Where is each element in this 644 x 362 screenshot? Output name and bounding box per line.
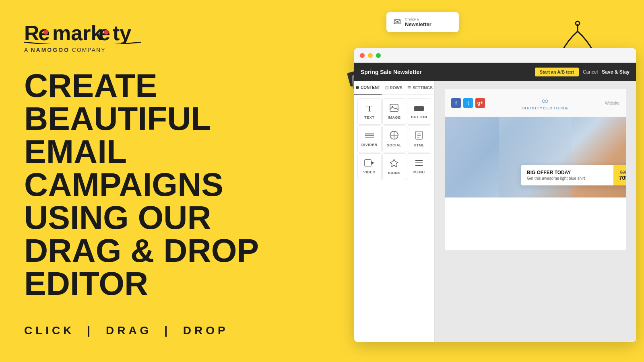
panel-item-social[interactable]: SOCIAL xyxy=(382,125,407,152)
email-preview: f t g+ ∞ INFINITYCLOTHING Website xyxy=(435,81,636,342)
rows-icon: ⊟ xyxy=(385,86,388,90)
button-icon xyxy=(414,104,424,113)
editor-newsletter-title: Spring Sale Newsletter xyxy=(361,69,422,75)
svg-point-5 xyxy=(104,30,109,35)
offer-price-new: 70$ xyxy=(619,175,626,181)
svg-point-2 xyxy=(43,30,48,35)
tab-rows[interactable]: ⊟ ROWS xyxy=(382,81,406,95)
panel-item-button[interactable]: BUTTON xyxy=(407,98,431,125)
left-section: R e mark e ty a NAMOGOO company CREATE B… xyxy=(24,0,306,362)
menu-icon xyxy=(415,159,423,169)
svg-marker-29 xyxy=(390,159,398,167)
settings-icon: ☰ xyxy=(407,86,411,90)
browser-dot-red xyxy=(360,53,365,58)
right-section: ✉ Create a Newsletter Spring Sale Newsle… xyxy=(314,0,644,362)
editor-header-right: Start an A/B test Cancel Save & Stay xyxy=(535,68,630,76)
cta-sep-1: | xyxy=(87,324,100,337)
save-stay-button[interactable]: Save & Stay xyxy=(602,69,630,75)
menu-label: MENU xyxy=(413,170,425,174)
panel-tabs: ⊞ CONTENT ⊟ ROWS ☰ SETTINGS xyxy=(354,81,434,95)
svg-text:R: R xyxy=(24,21,39,44)
divider-label: DIVIDER xyxy=(361,143,378,147)
text-label: TEXT xyxy=(364,115,374,119)
offer-card: BIG OFFER TODAY Get this awesome light b… xyxy=(521,165,626,185)
cta-row: CLICK | DRAG | DROP xyxy=(24,324,306,337)
image-label: IMAGE xyxy=(388,115,400,119)
svg-rect-17 xyxy=(414,106,424,111)
create-newsletter-text: Create a Newsletter xyxy=(405,17,431,27)
email-header: f t g+ ∞ INFINITYCLOTHING Website xyxy=(445,89,626,117)
icons-icon xyxy=(390,158,398,169)
svg-text:ty: ty xyxy=(113,21,131,44)
svg-rect-28 xyxy=(365,160,371,166)
panel-item-divider[interactable]: DIVIDER xyxy=(357,125,382,152)
infinity-icon: ∞ xyxy=(542,96,548,106)
svg-point-8 xyxy=(576,21,580,25)
brand-name: INFINITYCLOTHING xyxy=(522,106,569,110)
website-link: Website xyxy=(605,101,619,105)
divider-icon xyxy=(364,131,375,141)
namogoo-tagline: a NAMOGOO company xyxy=(24,47,306,53)
text-icon: T xyxy=(366,103,372,114)
offer-price-box: 90$ 70$ xyxy=(613,165,626,185)
html-icon xyxy=(415,131,423,142)
panel-grid: T TEXT IMAGE BUT xyxy=(354,95,434,183)
offer-card-content: BIG OFFER TODAY Get this awesome light b… xyxy=(521,165,613,185)
image-icon xyxy=(390,104,398,114)
button-label: BUTTON xyxy=(411,115,427,119)
video-icon xyxy=(364,159,375,169)
svg-text:mark: mark xyxy=(52,21,102,44)
html-label: HTML xyxy=(414,143,425,147)
tab-settings[interactable]: ☰ SETTINGS xyxy=(406,81,434,95)
social-label: SOCIAL xyxy=(387,143,402,147)
panel-item-text[interactable]: T TEXT xyxy=(357,98,382,125)
social-icons-row: f t g+ xyxy=(451,98,485,108)
offer-price-old: 90$ xyxy=(620,170,626,175)
panel-item-video[interactable]: VIDEO xyxy=(357,153,382,180)
editor-panel: ⊞ CONTENT ⊟ ROWS ☰ SETTINGS T xyxy=(354,81,435,342)
social-icon xyxy=(390,131,398,142)
icons-label: ICONS xyxy=(388,171,400,175)
browser-dot-yellow xyxy=(368,53,373,58)
ab-test-button[interactable]: Start an A/B test xyxy=(535,68,579,76)
cta-drop: DROP xyxy=(183,324,229,337)
cta-click: CLICK xyxy=(24,324,75,337)
panel-item-icons[interactable]: ICONS xyxy=(382,153,407,180)
offer-title: BIG OFFER TODAY xyxy=(527,170,608,175)
facebook-icon: f xyxy=(451,98,461,108)
video-label: VIDEO xyxy=(363,170,376,174)
cta-drag: DRAG xyxy=(106,324,152,337)
logo-area: R e mark e ty a NAMOGOO company xyxy=(24,20,306,53)
panel-item-image[interactable]: IMAGE xyxy=(382,98,407,125)
browser-dot-green xyxy=(376,53,381,58)
create-newsletter-bubble: ✉ Create a Newsletter xyxy=(386,12,459,32)
panel-item-html[interactable]: HTML xyxy=(407,125,431,152)
offer-description: Get this awesome light blue shirt xyxy=(527,176,608,181)
grid-icon: ⊞ xyxy=(356,85,359,90)
main-headline: CREATE BEAUTIFUL EMAIL CAMPAIGNS USING O… xyxy=(24,69,306,300)
brand-logo-area: ∞ INFINITYCLOTHING xyxy=(522,96,569,110)
gplus-icon: g+ xyxy=(475,98,485,108)
browser-titlebar xyxy=(354,48,636,63)
tab-content[interactable]: ⊞ CONTENT xyxy=(354,81,382,95)
editor-header: Spring Sale Newsletter Start an A/B test… xyxy=(354,63,636,81)
envelope-icon: ✉ xyxy=(394,17,401,27)
panel-item-menu[interactable]: MENU xyxy=(407,153,431,180)
email-hero-image: BIG OFFER TODAY Get this awesome light b… xyxy=(445,117,626,197)
svg-rect-24 xyxy=(416,131,422,139)
cancel-button[interactable]: Cancel xyxy=(583,69,598,75)
twitter-icon: t xyxy=(463,98,473,108)
email-canvas: f t g+ ∞ INFINITYCLOTHING Website xyxy=(445,89,626,250)
remarkety-logo-svg: R e mark e ty xyxy=(24,20,141,44)
editor-body: ⊞ CONTENT ⊟ ROWS ☰ SETTINGS T xyxy=(354,81,636,342)
cta-sep-2: | xyxy=(164,324,177,337)
browser-window: Spring Sale Newsletter Start an A/B test… xyxy=(354,48,636,342)
